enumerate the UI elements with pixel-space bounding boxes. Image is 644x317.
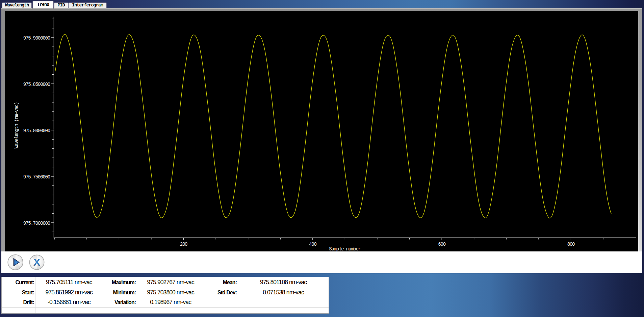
svg-text:975.7000000: 975.7000000	[23, 221, 50, 226]
svg-text:400: 400	[309, 242, 316, 247]
svg-text:X: X	[33, 257, 40, 268]
svg-text:975.7500000: 975.7500000	[23, 174, 50, 180]
svg-text:975.8000000: 975.8000000	[23, 128, 50, 133]
svg-text:200: 200	[180, 242, 187, 247]
svg-text:Wavelength (nm-vac): Wavelength (nm-vac)	[14, 102, 19, 149]
svg-text:Sample number: Sample number	[329, 246, 361, 252]
svg-text:975.9000000: 975.9000000	[23, 35, 50, 41]
svg-text:800: 800	[567, 242, 575, 247]
svg-text:975.8500000: 975.8500000	[23, 82, 50, 87]
svg-text:600: 600	[438, 242, 445, 247]
